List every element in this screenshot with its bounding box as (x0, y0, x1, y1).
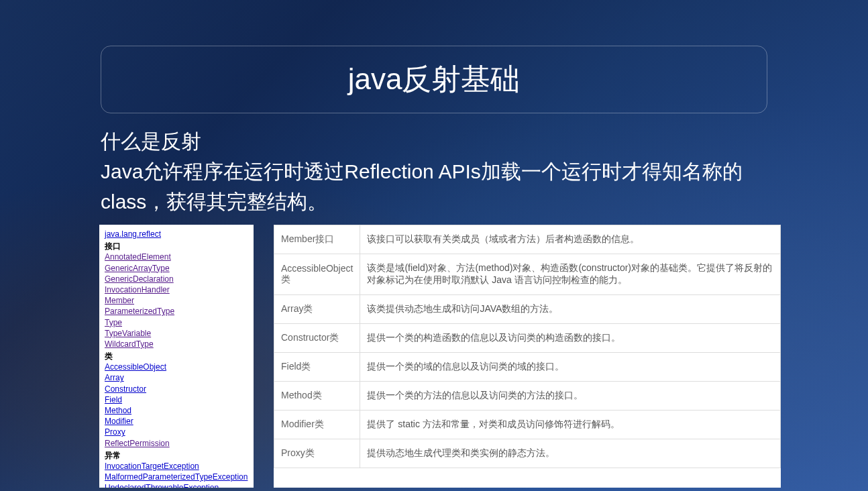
table-row: Constructor类提供一个类的构造函数的信息以及访问类的构造函数的接口。 (274, 324, 781, 353)
table-row: AccessibleObject类该类是域(field)对象、方法(method… (274, 254, 781, 295)
api-name-cell: Proxy类 (274, 439, 360, 468)
api-link[interactable]: WildcardType (105, 339, 248, 349)
api-list-panel: java.lang.reflect 接口AnnotatedElementGene… (99, 225, 254, 488)
api-desc-cell: 该接口可以获取有关类成员（域或者方法）后者构造函数的信息。 (360, 225, 781, 254)
api-link[interactable]: Proxy (105, 427, 248, 437)
section-label: 类 (105, 351, 248, 362)
api-name-cell: Method类 (274, 382, 360, 411)
table-row: Member接口该接口可以获取有关类成员（域或者方法）后者构造函数的信息。 (274, 225, 781, 254)
table-row: Proxy类提供动态地生成代理类和类实例的静态方法。 (274, 439, 781, 468)
api-link[interactable]: InvocationHandler (105, 284, 248, 295)
api-link[interactable]: Type (105, 317, 248, 328)
api-desc-cell: 该类是域(field)对象、方法(method)对象、构造函数(construc… (360, 254, 781, 295)
api-name-cell: Constructor类 (274, 324, 360, 353)
api-link[interactable]: GenericArrayType (105, 263, 248, 274)
title-box: java反射基础 (101, 46, 767, 113)
table-row: Method类提供一个类的方法的信息以及访问类的方法的接口。 (274, 382, 781, 411)
api-link[interactable]: ReflectPermission (105, 438, 248, 449)
api-link[interactable]: Field (105, 394, 248, 405)
api-name-cell: Modifier类 (274, 411, 360, 439)
api-name-cell: AccessibleObject类 (274, 254, 360, 295)
api-desc-cell: 提供一个类的构造函数的信息以及访问类的构造函数的接口。 (360, 324, 781, 353)
api-sections: 接口AnnotatedElementGenericArrayTypeGeneri… (105, 241, 248, 488)
table-row: Array类该类提供动态地生成和访问JAVA数组的方法。 (274, 295, 781, 324)
api-link[interactable]: AnnotatedElement (105, 252, 248, 262)
api-name-cell: Array类 (274, 295, 360, 324)
api-name-cell: Field类 (274, 353, 360, 382)
api-link[interactable]: GenericDeclaration (105, 274, 248, 284)
subtitle-1: 什么是反射 (101, 126, 801, 156)
api-link[interactable]: Modifier (105, 416, 248, 427)
table-row: Modifier类提供了 static 方法和常量，对类和成员访问修饰符进行解码… (274, 411, 781, 439)
api-link[interactable]: UndeclaredThrowableException (105, 482, 248, 488)
api-link[interactable]: ParameterizedType (105, 306, 248, 317)
api-name-cell: Member接口 (274, 225, 360, 254)
section-label: 接口 (105, 241, 248, 252)
slide-title: java反射基础 (101, 60, 767, 99)
api-link[interactable]: InvocationTargetException (105, 461, 248, 472)
subtitle-block: 什么是反射 Java允许程序在运行时透过Reflection APIs加载一个运… (101, 126, 801, 217)
api-table-panel: Member接口该接口可以获取有关类成员（域或者方法）后者构造函数的信息。Acc… (274, 225, 781, 488)
api-link[interactable]: AccessibleObject (105, 362, 248, 372)
api-link[interactable]: Method (105, 405, 248, 416)
api-desc-cell: 提供一个类的方法的信息以及访问类的方法的接口。 (360, 382, 781, 411)
package-link[interactable]: java.lang.reflect (105, 229, 248, 239)
api-link[interactable]: Member (105, 295, 248, 306)
api-link[interactable]: MalformedParameterizedTypeException (105, 472, 248, 482)
api-desc-cell: 提供了 static 方法和常量，对类和成员访问修饰符进行解码。 (360, 411, 781, 439)
api-link[interactable]: Array (105, 372, 248, 383)
api-link[interactable]: TypeVariable (105, 328, 248, 339)
panels-row: java.lang.reflect 接口AnnotatedElementGene… (99, 225, 781, 488)
section-label: 异常 (105, 450, 248, 461)
table-row: Field类提供一个类的域的信息以及访问类的域的接口。 (274, 353, 781, 382)
api-link[interactable]: Constructor (105, 384, 248, 394)
subtitle-2: Java允许程序在运行时透过Reflection APIs加载一个运行时才得知名… (101, 156, 801, 217)
api-desc-cell: 提供动态地生成代理类和类实例的静态方法。 (360, 439, 781, 468)
api-table: Member接口该接口可以获取有关类成员（域或者方法）后者构造函数的信息。Acc… (274, 225, 781, 468)
api-desc-cell: 该类提供动态地生成和访问JAVA数组的方法。 (360, 295, 781, 324)
api-desc-cell: 提供一个类的域的信息以及访问类的域的接口。 (360, 353, 781, 382)
